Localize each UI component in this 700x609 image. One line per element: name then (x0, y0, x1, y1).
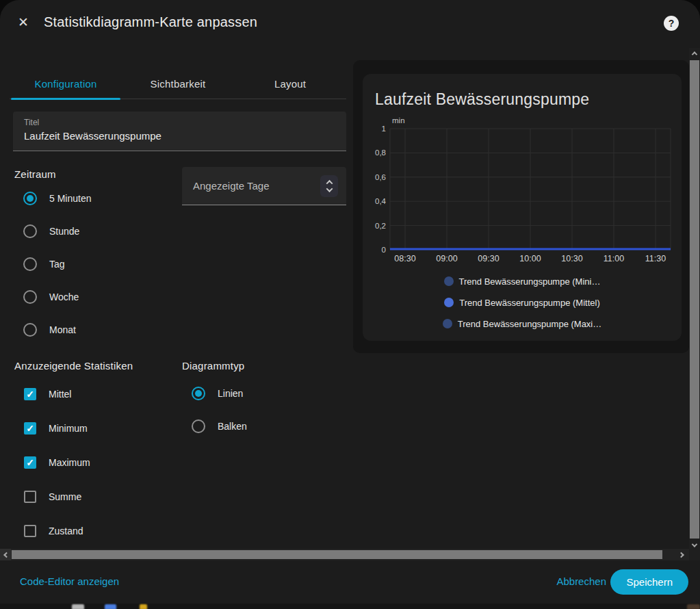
statistic-label: Maximum (49, 457, 90, 468)
legend-item[interactable]: Trend Bewässerungspumpe (Maxi… (443, 318, 602, 329)
horizontal-scrollbar[interactable] (0, 549, 689, 560)
help-icon[interactable]: ? (664, 16, 679, 31)
radio-icon[interactable] (192, 387, 205, 400)
period-option-tag[interactable]: Tag (23, 257, 91, 271)
vertical-scrollbar[interactable] (689, 48, 700, 560)
checkbox-icon[interactable]: ✓ (24, 456, 36, 469)
days-shown-label: Angezeigte Tage (193, 180, 320, 192)
legend-dot-icon (444, 298, 454, 307)
statistic-option-maximum[interactable]: ✓Maximum (24, 456, 90, 469)
statistic-label: Minimum (49, 423, 88, 434)
save-button[interactable]: Speichern (610, 569, 688, 595)
period-heading: Zeitraum (14, 168, 56, 180)
radio-icon[interactable] (23, 290, 37, 304)
legend-dot-icon (443, 319, 452, 328)
period-option-woche[interactable]: Woche (23, 290, 91, 304)
checkbox-icon[interactable]: ✓ (24, 388, 36, 400)
svg-text:11:30: 11:30 (645, 254, 666, 263)
preview-card: Laufzeit Bewässerungspumpe 10,80,60,40,2… (363, 74, 682, 341)
tab-bar: KonfigurationSichtbarkeitLayout (10, 68, 346, 99)
days-shown-select[interactable]: Angezeigte Tage (182, 167, 346, 205)
arrow-right-icon (678, 552, 684, 557)
svg-text:11:00: 11:00 (604, 254, 624, 263)
svg-text:1: 1 (382, 125, 386, 133)
vertical-scrollbar-thumb[interactable] (690, 60, 699, 539)
svg-text:09:30: 09:30 (478, 254, 499, 263)
arrow-down-icon (692, 541, 697, 547)
checkbox-icon[interactable]: ✓ (24, 422, 36, 435)
statistics-heading: Anzuzeigende Statistiken (14, 360, 133, 372)
legend-label: Trend Bewässerungspumpe (Mini… (459, 276, 601, 287)
statistic-option-mittel[interactable]: ✓Mittel (24, 387, 90, 401)
chevron-down-icon (326, 185, 333, 192)
preview-card-title: Laufzeit Bewässerungspumpe (375, 90, 589, 109)
legend-label: Trend Bewässerungspumpe (Maxi… (458, 319, 602, 329)
radio-icon[interactable] (23, 192, 37, 205)
checkbox-icon[interactable] (24, 491, 36, 503)
statistic-option-zustand[interactable]: Zustand (24, 524, 90, 538)
period-label: Woche (49, 291, 79, 302)
radio-icon[interactable] (23, 257, 37, 271)
tab-layout[interactable]: Layout (234, 68, 346, 99)
radio-icon[interactable] (23, 323, 37, 337)
scroll-right-button[interactable] (677, 549, 688, 560)
cancel-button[interactable]: Abbrechen (556, 575, 606, 587)
legend-label: Trend Bewässerungspumpe (Mittel) (459, 298, 599, 308)
arrow-left-icon (3, 552, 9, 557)
period-option-stunde[interactable]: Stunde (23, 224, 91, 238)
tab-sichtbarkeit[interactable]: Sichtbarkeit (122, 68, 234, 99)
statistic-label: Summe (49, 491, 81, 502)
taskbar-icon (105, 604, 116, 609)
show-code-editor-link[interactable]: Code-Editor anzeigen (20, 575, 119, 587)
legend-item[interactable]: Trend Bewässerungspumpe (Mini… (444, 276, 601, 287)
chart-type-label: Linien (218, 388, 243, 399)
checkbox-icon[interactable] (24, 525, 36, 537)
customize-card-dialog: ✕ Statistikdiagramm-Karte anpassen ? Kon… (0, 0, 700, 604)
svg-text:0,8: 0,8 (375, 148, 386, 157)
statistic-option-summe[interactable]: Summe (24, 490, 90, 504)
period-option-5-minuten[interactable]: 5 Minuten (23, 192, 91, 205)
radio-icon[interactable] (192, 419, 205, 433)
legend-item[interactable]: Trend Bewässerungspumpe (Mittel) (444, 297, 599, 308)
svg-text:10:30: 10:30 (561, 254, 582, 263)
title-field-label: Titel (24, 118, 335, 127)
chart-type-option-balken[interactable]: Balken (192, 419, 247, 433)
chart-legend: Trend Bewässerungspumpe (Mini…Trend Bewä… (363, 276, 682, 329)
chart-type-option-linien[interactable]: Linien (192, 387, 247, 400)
title-field[interactable]: Titel (13, 112, 346, 151)
tab-konfiguration[interactable]: Konfiguration (10, 68, 122, 99)
period-label: Stunde (49, 226, 79, 237)
scroll-up-button[interactable] (689, 48, 700, 59)
horizontal-scrollbar-thumb[interactable] (12, 550, 662, 559)
svg-text:0,6: 0,6 (375, 173, 386, 181)
statistics-options: ✓Mittel✓Minimum✓MaximumSummeZustand (24, 387, 90, 538)
taskbar-icon (140, 604, 147, 609)
svg-text:08:30: 08:30 (394, 254, 415, 263)
scroll-left-button[interactable] (0, 549, 11, 560)
chart-type-options: LinienBalken (192, 387, 247, 433)
period-label: 5 Minuten (49, 193, 91, 204)
period-label: Tag (49, 259, 65, 270)
svg-text:09:00: 09:00 (436, 254, 457, 263)
svg-text:10:00: 10:00 (519, 254, 541, 263)
desktop-background-strip (0, 604, 700, 609)
scroll-down-button[interactable] (689, 540, 700, 551)
svg-text:0: 0 (382, 246, 386, 254)
chart-type-label: Balken (218, 421, 247, 432)
svg-text:0,2: 0,2 (375, 222, 386, 230)
period-options: 5 MinutenStundeTagWocheMonat (23, 192, 91, 337)
select-stepper-icon[interactable] (320, 175, 338, 197)
legend-dot-icon (444, 276, 454, 286)
period-option-monat[interactable]: Monat (23, 323, 91, 337)
taskbar-icon (72, 604, 84, 609)
statistic-option-minimum[interactable]: ✓Minimum (24, 422, 90, 435)
dialog-footer: Code-Editor anzeigen Abbrechen Speichern (0, 560, 700, 604)
preview-panel: Laufzeit Bewässerungspumpe 10,80,60,40,2… (353, 60, 689, 353)
title-input[interactable] (24, 130, 335, 142)
period-label: Monat (49, 324, 76, 335)
close-icon[interactable]: ✕ (18, 14, 29, 31)
wallpaper-fragment (687, 604, 700, 609)
radio-icon[interactable] (23, 224, 37, 238)
preview-chart: 10,80,60,40,2008:3009:0009:3010:0010:301… (370, 116, 677, 270)
arrow-up-icon (692, 51, 697, 57)
